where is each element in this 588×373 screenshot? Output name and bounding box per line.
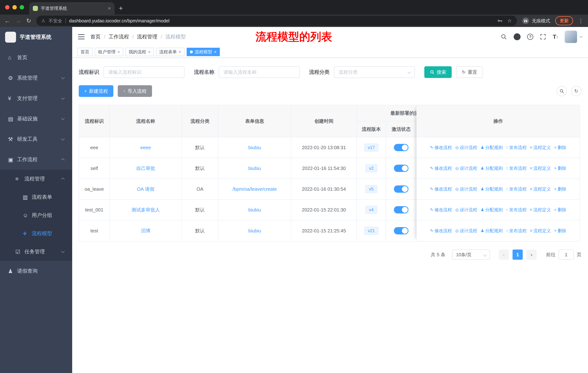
model-name-link[interactable]: eeee xyxy=(140,145,151,151)
process-key-input[interactable] xyxy=(104,66,184,78)
active-status-toggle[interactable] xyxy=(394,227,409,234)
breadcrumb-item[interactable]: 工作流程 xyxy=(109,33,129,40)
tag-item[interactable]: 租户管理× xyxy=(95,48,123,56)
reset-button[interactable]: ↻ 重置 xyxy=(456,66,483,78)
form-link[interactable]: biubiu xyxy=(248,207,261,213)
sidebar-item[interactable]: ☺用户分组 xyxy=(0,206,72,224)
sidebar-collapse-icon[interactable] xyxy=(78,34,84,39)
assign-rule-button[interactable]: ♟分配规则 xyxy=(481,165,503,171)
assign-rule-button[interactable]: ♟分配规则 xyxy=(481,145,503,151)
create-process-button[interactable]: + 新建流程 xyxy=(79,85,113,97)
delete-flow-button[interactable]: ×删除 xyxy=(554,186,566,192)
page-size-select[interactable]: 10条/页 xyxy=(452,250,490,260)
current-page-button[interactable]: 1 xyxy=(513,250,523,260)
github-icon[interactable] xyxy=(514,33,521,40)
edit-flow-button[interactable]: ✎修改流程 xyxy=(430,228,452,234)
design-flow-button[interactable]: ◎设计流程 xyxy=(455,228,477,234)
active-status-toggle[interactable] xyxy=(394,206,409,213)
model-name-link[interactable]: OA 请假 xyxy=(137,186,154,192)
assign-rule-button[interactable]: ♟分配规则 xyxy=(481,207,503,213)
design-flow-button[interactable]: ◎设计流程 xyxy=(455,165,477,171)
tag-close-icon[interactable]: × xyxy=(179,50,181,54)
active-status-toggle[interactable] xyxy=(394,165,409,172)
sidebar-item[interactable]: ≡流程管理 xyxy=(0,170,72,188)
sidebar-item[interactable]: ▥流程表单 xyxy=(0,188,72,206)
back-icon[interactable]: ← xyxy=(4,18,10,24)
user-menu[interactable] xyxy=(565,30,582,43)
window-close-button[interactable] xyxy=(5,5,10,10)
forward-icon[interactable]: → xyxy=(15,18,21,24)
active-status-toggle[interactable] xyxy=(394,185,409,193)
active-status-toggle[interactable] xyxy=(394,144,409,151)
edit-flow-button[interactable]: ✎修改流程 xyxy=(430,165,452,171)
sidebar-item[interactable]: ⚒研发工具 xyxy=(0,129,72,149)
model-name-link[interactable]: 测试多审批人 xyxy=(131,207,160,213)
sidebar-item[interactable]: ♟请假查询 xyxy=(0,261,72,281)
search-button[interactable]: 搜索 xyxy=(424,66,452,78)
reload-icon[interactable]: ↻ xyxy=(26,18,31,24)
sidebar-item[interactable]: ✈流程模型 xyxy=(0,224,72,242)
process-name-input[interactable] xyxy=(219,66,300,78)
help-icon[interactable]: ? xyxy=(527,34,533,40)
window-minimize-button[interactable] xyxy=(12,5,17,10)
edit-flow-button[interactable]: ✎修改流程 xyxy=(430,186,452,192)
delete-flow-button[interactable]: ×删除 xyxy=(554,207,566,213)
breadcrumb-item[interactable]: 流程管理 xyxy=(137,33,158,40)
publish-flow-button[interactable]: ↑发布流程 xyxy=(506,186,526,192)
next-page-button[interactable]: › xyxy=(526,250,537,260)
flow-definition-button[interactable]: ≡流程定义 xyxy=(530,165,551,171)
tag-item[interactable]: 我的流程× xyxy=(126,48,154,56)
design-flow-button[interactable]: ◎设计流程 xyxy=(455,186,477,192)
form-link[interactable]: biubiu xyxy=(248,166,261,171)
bookmark-star-icon[interactable]: ☆ xyxy=(507,18,512,24)
tag-close-icon[interactable]: × xyxy=(148,50,151,54)
sidebar-item[interactable]: ▤基础设施 xyxy=(0,109,72,129)
sidebar-item[interactable]: ⚙系统管理 xyxy=(0,68,72,88)
sidebar-item[interactable]: ⌂首页 xyxy=(0,47,72,68)
sidebar-item[interactable]: ¥支付管理 xyxy=(0,88,72,109)
assign-rule-button[interactable]: ♟分配规则 xyxy=(481,186,503,192)
tag-item[interactable]: 流程表单× xyxy=(156,48,184,56)
tag-active[interactable]: 流程模型× xyxy=(187,48,220,56)
fullscreen-icon[interactable] xyxy=(540,34,546,40)
publish-flow-button[interactable]: ↑发布流程 xyxy=(506,165,526,171)
font-size-icon[interactable]: T↕ xyxy=(553,33,558,40)
browser-update-button[interactable]: 更新 xyxy=(555,16,573,25)
process-category-select[interactable]: 流程分类 xyxy=(334,66,415,78)
flow-definition-button[interactable]: ≡流程定义 xyxy=(530,145,551,151)
publish-flow-button[interactable]: ↑发布流程 xyxy=(506,228,526,234)
tag-close-icon[interactable]: × xyxy=(117,50,120,54)
publish-flow-button[interactable]: ↑发布流程 xyxy=(506,207,526,213)
form-link[interactable]: biubiu xyxy=(248,145,261,151)
delete-flow-button[interactable]: ×删除 xyxy=(554,145,566,151)
flow-definition-button[interactable]: ≡流程定义 xyxy=(530,186,551,192)
address-bar[interactable]: ⚠ 不安全 dashboard.yudao.iocoder.cn/bpm/man… xyxy=(36,16,517,26)
app-logo[interactable]: 芋道管理系统 xyxy=(0,27,72,47)
delete-flow-button[interactable]: ×删除 xyxy=(554,165,566,171)
window-zoom-button[interactable] xyxy=(20,5,24,10)
tag-close-icon[interactable]: × xyxy=(214,50,217,54)
model-name-link[interactable]: 滔博 xyxy=(141,228,150,234)
goto-page-input[interactable] xyxy=(558,250,574,260)
toggle-search-button[interactable] xyxy=(557,86,567,96)
import-process-button[interactable]: ↑ 导入流程 xyxy=(118,85,152,97)
browser-menu-icon[interactable]: ⋮ xyxy=(578,18,584,24)
design-flow-button[interactable]: ◎设计流程 xyxy=(455,145,477,151)
refresh-table-button[interactable]: ↻ xyxy=(571,86,581,96)
sidebar-item[interactable]: ☑任务管理 xyxy=(0,242,72,261)
browser-tab[interactable]: 芋道管理系统 × xyxy=(29,2,115,15)
password-key-icon[interactable] xyxy=(497,18,503,24)
assign-rule-button[interactable]: ♟分配规则 xyxy=(481,228,503,234)
tag-item[interactable]: 首页 xyxy=(77,48,93,56)
search-icon[interactable] xyxy=(501,33,507,40)
form-link[interactable]: biubiu xyxy=(248,228,261,234)
edit-flow-button[interactable]: ✎修改流程 xyxy=(430,145,452,151)
sidebar-item[interactable]: ▣工作流程 xyxy=(0,149,72,170)
form-link[interactable]: /bpm/oa/leave/create xyxy=(232,186,277,192)
flow-definition-button[interactable]: ≡流程定义 xyxy=(530,207,551,213)
delete-flow-button[interactable]: ×删除 xyxy=(554,228,566,234)
flow-definition-button[interactable]: ≡流程定义 xyxy=(530,228,551,234)
prev-page-button[interactable]: ‹ xyxy=(499,250,509,260)
design-flow-button[interactable]: ◎设计流程 xyxy=(455,207,477,213)
tab-close-icon[interactable]: × xyxy=(108,6,111,11)
